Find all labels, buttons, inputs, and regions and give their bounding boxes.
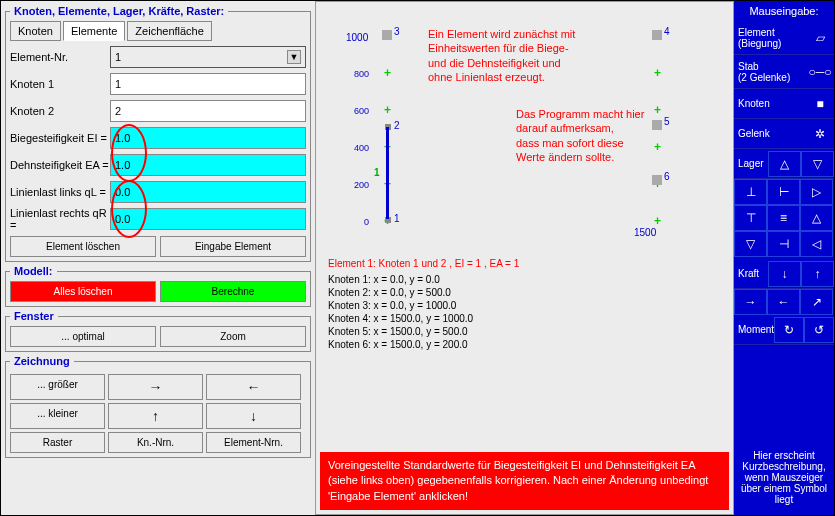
lager-type2-icon[interactable]: ▽	[801, 151, 834, 177]
element-beam-icon: ▱	[806, 31, 834, 45]
element-label-1: 1	[374, 167, 380, 178]
model-legend: Modell:	[10, 265, 57, 277]
knoten-label-4: 4	[664, 26, 670, 37]
arrow-down-button[interactable]: ↓	[206, 403, 301, 429]
knoten-label-6: 6	[664, 171, 670, 182]
tool-stab-label: Stab (2 Gelenke)	[734, 61, 806, 83]
arrow-left-button[interactable]: ←	[206, 374, 301, 400]
kraft-icon[interactable]: ←	[767, 289, 800, 315]
kraft-icon[interactable]: ↗	[800, 289, 833, 315]
ytick-200: 200	[354, 180, 369, 190]
knoten-info-line: Knoten 1: x = 0.0, y = 0.0	[316, 273, 733, 286]
annotation-circle-ql-qr	[111, 180, 147, 238]
knoten-info-line: Knoten 5: x = 1500.0, y = 500.0	[316, 325, 733, 338]
lager-grid: ⊥ ⊢ ▷ ⊤ ≡ △ ▽ ⊣ ◁	[734, 179, 834, 257]
tab-elemente[interactable]: Elemente	[63, 21, 125, 41]
knoten-info-line: Knoten 2: x = 0.0, y = 500.0	[316, 286, 733, 299]
select-element-nr[interactable]: 1 ▼	[110, 46, 306, 68]
bigger-button[interactable]: ... größer	[10, 374, 105, 400]
delete-element-button[interactable]: Element löschen	[10, 236, 156, 257]
lager-icon[interactable]: ⊤	[734, 205, 767, 231]
canvas-area[interactable]: 1000 800 600 400 200 0 1500 + + + + + + …	[315, 1, 734, 515]
knoten-marker-3	[382, 30, 392, 40]
model-fieldset: Modell: Alles löschen Berechne	[5, 265, 311, 307]
palette-title: Mauseingabe:	[734, 1, 834, 21]
tab-knoten[interactable]: Knoten	[10, 21, 61, 41]
label-knoten1: Knoten 1	[10, 78, 110, 90]
optimal-button[interactable]: ... optimal	[10, 326, 156, 347]
knoten-label-1: 1	[394, 213, 400, 224]
knoten-label-5: 5	[664, 116, 670, 127]
kraft-grid: → ← ↗	[734, 289, 834, 315]
knoten-marker-5	[652, 120, 662, 130]
knoten-info-line: Knoten 6: x = 1500.0, y = 200.0	[316, 338, 733, 351]
element-line-1	[386, 127, 389, 219]
tool-kraft-label: Kraft	[734, 268, 768, 279]
moment-cw-icon[interactable]: ↻	[774, 317, 804, 343]
tab-zeichenflaeche[interactable]: Zeichenfläche	[127, 21, 212, 41]
tool-lager-label: Lager	[734, 158, 768, 169]
lager-type1-icon[interactable]: △	[768, 151, 801, 177]
grid-plus-icon: +	[654, 103, 661, 117]
lager-icon[interactable]: ▷	[800, 179, 833, 205]
tool-gelenk[interactable]: Gelenk ✲	[734, 119, 834, 149]
chevron-down-icon: ▼	[287, 50, 301, 64]
arrow-right-button[interactable]: →	[108, 374, 203, 400]
tool-moment-row: Moment ↻ ↺	[734, 315, 834, 345]
kraft-icon[interactable]: ↓	[768, 261, 801, 287]
lager-icon[interactable]: ⊥	[734, 179, 767, 205]
gelenk-icon: ✲	[806, 127, 834, 141]
lager-icon[interactable]: ⊣	[767, 231, 800, 257]
xtick-1500: 1500	[634, 227, 656, 238]
tool-stab[interactable]: Stab (2 Gelenke) ○─○	[734, 55, 834, 89]
annotation-text-2: Das Programm macht hier darauf aufmerksa…	[516, 107, 644, 164]
lager-icon[interactable]: △	[800, 205, 833, 231]
compute-button[interactable]: Berechne	[160, 281, 306, 302]
knot-numbers-button[interactable]: Kn.-Nrn.	[108, 432, 203, 453]
knoten-info-line: Knoten 4: x = 1500.0, y = 1000.0	[316, 312, 733, 325]
annotation-text-1: Ein Element wird zunächst mit Einheitswe…	[428, 27, 575, 84]
knoten-info-list: Knoten 1: x = 0.0, y = 0.0Knoten 2: x = …	[316, 273, 733, 351]
lager-icon[interactable]: ⊢	[767, 179, 800, 205]
label-element-nr: Element-Nr.	[10, 51, 110, 63]
grid-plus-icon: +	[384, 66, 391, 80]
select-element-nr-value: 1	[115, 51, 121, 63]
raster-button[interactable]: Raster	[10, 432, 105, 453]
knoten-marker-4	[652, 30, 662, 40]
annotation-circle-ei-ea	[111, 124, 147, 182]
tool-knoten[interactable]: Knoten ■	[734, 89, 834, 119]
lager-icon[interactable]: ≡	[767, 205, 800, 231]
label-ql: Linienlast links qL =	[10, 186, 110, 198]
zoom-button[interactable]: Zoom	[160, 326, 306, 347]
palette-hint: Hier erscheint Kurzbeschreibung, wenn Ma…	[734, 440, 834, 515]
main-legend: Knoten, Elemente, Lager, Kräfte, Raster:	[10, 5, 228, 17]
knoten-label-3: 3	[394, 26, 400, 37]
knoten-marker-6	[652, 175, 662, 185]
moment-ccw-icon[interactable]: ↺	[804, 317, 834, 343]
knoten-info-line: Knoten 3: x = 0.0, y = 1000.0	[316, 299, 733, 312]
arrow-up-button[interactable]: ↑	[108, 403, 203, 429]
lager-icon[interactable]: ▽	[734, 231, 767, 257]
input-element-button[interactable]: Eingabe Element	[160, 236, 306, 257]
tool-gelenk-label: Gelenk	[734, 128, 806, 139]
label-ea: Dehnsteifigkeit EA =	[10, 159, 110, 171]
tool-kraft-row: Kraft ↓ ↑	[734, 259, 834, 289]
lager-icon[interactable]: ◁	[800, 231, 833, 257]
tool-element[interactable]: Element (Biegung) ▱	[734, 21, 834, 55]
grid-plus-icon: +	[654, 140, 661, 154]
label-knoten2: Knoten 2	[10, 105, 110, 117]
element-numbers-button[interactable]: Element-Nrn.	[206, 432, 301, 453]
window-legend: Fenster	[10, 310, 58, 322]
stab-icon: ○─○	[806, 65, 834, 79]
kraft-icon[interactable]: →	[734, 289, 767, 315]
label-qr: Linienlast rechts qR =	[10, 207, 110, 231]
delete-all-button[interactable]: Alles löschen	[10, 281, 156, 302]
input-knoten2[interactable]	[110, 100, 306, 122]
tool-element-label: Element (Biegung)	[734, 27, 806, 49]
input-knoten1[interactable]	[110, 73, 306, 95]
kraft-icon[interactable]: ↑	[801, 261, 834, 287]
grid-plus-icon: +	[654, 214, 661, 228]
smaller-button[interactable]: ... kleiner	[10, 403, 105, 429]
knoten-icon: ■	[806, 97, 834, 111]
drawing-legend: Zeichnung	[10, 355, 74, 367]
